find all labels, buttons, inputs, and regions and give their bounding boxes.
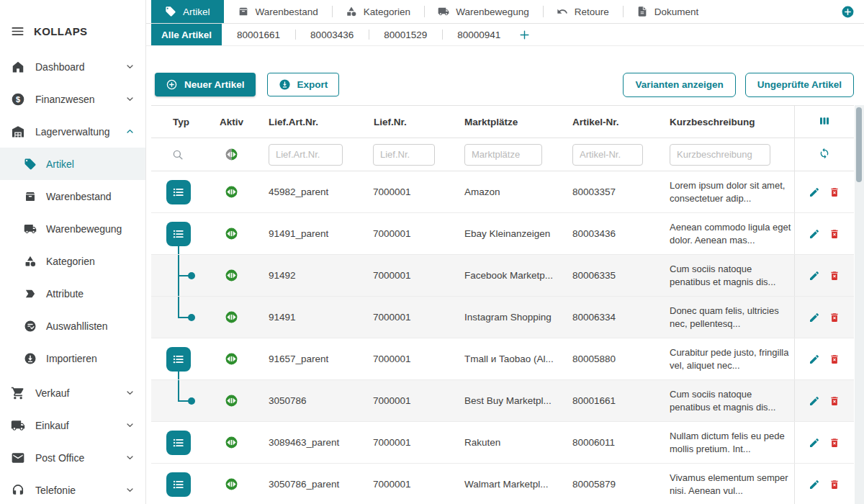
col-header-lief-nr[interactable]: Lief.Nr. [364, 106, 455, 138]
menu-icon[interactable] [11, 24, 24, 38]
kurzbeschreibung-value: Cum sociis natoque penatibus et magnis d… [670, 263, 793, 289]
delete-button[interactable] [829, 437, 840, 449]
table-row[interactable]: 91657_parent 7000001 Tmall и Taobao (Al.… [151, 338, 854, 380]
sidebar-item-einkauf[interactable]: Einkauf [0, 409, 145, 441]
subtab-80003436[interactable]: 80003436 [295, 24, 369, 45]
active-status-icon [225, 394, 238, 408]
sidebar-item-dashboard[interactable]: Dashboard [0, 50, 145, 83]
tree-node-dot [188, 397, 195, 405]
trash-icon [829, 312, 840, 323]
add-subtab-button[interactable] [518, 29, 531, 41]
delete-button[interactable] [829, 228, 840, 240]
edit-icon [809, 186, 820, 198]
tab-warenbewegung[interactable]: Warenbewegung [424, 0, 543, 23]
type-list-button[interactable] [166, 431, 191, 455]
sidebar-subitem-attribute[interactable]: Attribute [0, 277, 145, 310]
table-row[interactable]: 45982_parent 7000001 Amazon 80003357 Lor… [151, 171, 854, 213]
delete-button[interactable] [829, 270, 840, 282]
sidebar-item-label: Telefonie [35, 485, 114, 496]
filter-typ[interactable] [151, 138, 210, 171]
col-header-marktplaetze[interactable]: Marktplätze [455, 106, 563, 138]
sidebar-subitem-warenbestand[interactable]: Warenbestand [0, 180, 145, 212]
sidebar-item-lagerverwaltung[interactable]: Lagerverwaltung [0, 115, 145, 148]
lief-art-nr-value: 3050786_parent [269, 479, 339, 490]
edit-button[interactable] [809, 312, 820, 323]
type-list-button[interactable] [166, 347, 191, 372]
table-row[interactable]: 3050786_parent 7000001 Walmart Marketpl.… [151, 464, 854, 504]
subtab-80000941[interactable]: 80000941 [442, 24, 516, 45]
trash-icon [829, 395, 840, 407]
sidebar-item-verkauf[interactable]: Verkauf [0, 377, 145, 409]
edit-button[interactable] [809, 270, 820, 282]
export-button[interactable]: Export [267, 73, 340, 96]
type-list-button[interactable] [166, 222, 191, 246]
tab-kategorien[interactable]: Kategorien [332, 0, 424, 23]
column-settings-button[interactable] [817, 114, 832, 129]
tab-label: Dokument [654, 6, 699, 17]
edit-button[interactable] [809, 437, 820, 449]
subtab-alle-artikel[interactable]: Alle Artikel [151, 24, 222, 45]
edit-button[interactable] [809, 186, 820, 198]
sidebar-subitem-warenbewegung[interactable]: Warenbewegung [0, 212, 145, 245]
type-list-button[interactable] [166, 180, 191, 204]
subtab-80001529[interactable]: 80001529 [369, 24, 442, 45]
delete-button[interactable] [829, 186, 840, 198]
delete-button[interactable] [829, 354, 840, 365]
add-tab-button[interactable] [841, 5, 855, 19]
filter-marktplaetze-input[interactable] [464, 144, 542, 166]
edit-button[interactable] [809, 395, 820, 407]
tab-artikel[interactable]: Artikel [151, 0, 224, 23]
sidebar-subitem-importieren[interactable]: Importieren [0, 342, 145, 374]
table-row[interactable]: 3050786 7000001 Best Buy Marketpl... 800… [151, 380, 854, 422]
filter-lief-nr-input[interactable] [373, 144, 435, 166]
active-status-icon [225, 269, 238, 282]
filter-cell [259, 138, 364, 171]
edit-button[interactable] [809, 228, 820, 240]
filter-aktiv[interactable] [210, 138, 259, 171]
refresh-button[interactable] [818, 148, 832, 161]
type-list-button[interactable] [166, 472, 191, 497]
tab-dokument[interactable]: Dokument [623, 0, 713, 23]
delete-button[interactable] [829, 479, 840, 490]
edit-button[interactable] [809, 354, 820, 365]
table-header-row: Typ Aktiv Lief.Art.Nr. Lief.Nr. Marktplä… [151, 106, 854, 138]
sidebar-subitem-auswahllisten[interactable]: Auswahllisten [0, 310, 145, 342]
unchecked-articles-button[interactable]: Ungeprüfte Artikel [745, 73, 854, 97]
filter-lief-art-nr-input[interactable] [269, 144, 343, 166]
lief-art-nr-value: 45982_parent [269, 186, 328, 197]
subtab-80001661[interactable]: 80001661 [222, 24, 295, 45]
show-variants-button[interactable]: Varianten anzeigen [623, 73, 735, 97]
col-header-kurzbeschreibung[interactable]: Kurzbeschreibung [660, 106, 794, 138]
col-header-typ[interactable]: Typ [151, 106, 210, 138]
table-row[interactable]: 91491 7000001 Instagram Shopping 8000633… [151, 297, 854, 338]
sidebar-item-label: Verkauf [35, 387, 114, 399]
table-row[interactable]: 91492 7000001 Facebook Marketp... 800063… [151, 255, 854, 297]
kurzbeschreibung-value: Donec quam felis, ultricies nec, pellent… [670, 305, 793, 330]
sidebar-item-finanzwesen[interactable]: $ Finanzwesen [0, 83, 145, 115]
sidebar-item-post-office[interactable]: Post Office [0, 441, 145, 474]
sidebar-item-telefonie[interactable]: Telefonie [0, 474, 145, 504]
tree-connector [178, 297, 179, 318]
sidebar-subitem-label: Artikel [46, 158, 135, 170]
delete-button[interactable] [829, 312, 840, 323]
sidebar-subitem-kategorien[interactable]: Kategorien [0, 245, 145, 277]
filter-kurzbeschreibung-input[interactable] [670, 144, 770, 166]
tab-warenbestand[interactable]: Warenbestand [224, 0, 332, 23]
filter-artikel-nr-input[interactable] [572, 144, 643, 166]
sidebar-subitem-artikel[interactable]: Artikel [0, 148, 145, 180]
cell-lief-nr: 7000001 [364, 380, 455, 421]
new-article-button[interactable]: Neuer Artikel [155, 73, 256, 96]
edit-button[interactable] [809, 479, 820, 490]
tabbar-spacer [712, 0, 841, 23]
col-header-lief-art-nr[interactable]: Lief.Art.Nr. [259, 106, 364, 138]
scrollbar-thumb[interactable] [856, 107, 862, 182]
table-row[interactable]: 3089463_parent 7000001 Rakuten 80006011 … [151, 422, 854, 464]
tab-retoure[interactable]: Retoure [543, 0, 623, 23]
col-label: Lief.Art.Nr. [269, 117, 318, 127]
vertical-scrollbar[interactable] [855, 105, 864, 504]
col-header-aktiv[interactable]: Aktiv [210, 106, 259, 138]
table-row[interactable]: 91491_parent 7000001 Ebay Kleinanzeigen … [151, 213, 854, 255]
cell-kurzbeschreibung: Aenean commodo ligula eget dolor. Aenean… [660, 213, 794, 254]
col-header-artikel-nr[interactable]: Artikel-Nr. [563, 106, 660, 138]
delete-button[interactable] [829, 395, 840, 407]
